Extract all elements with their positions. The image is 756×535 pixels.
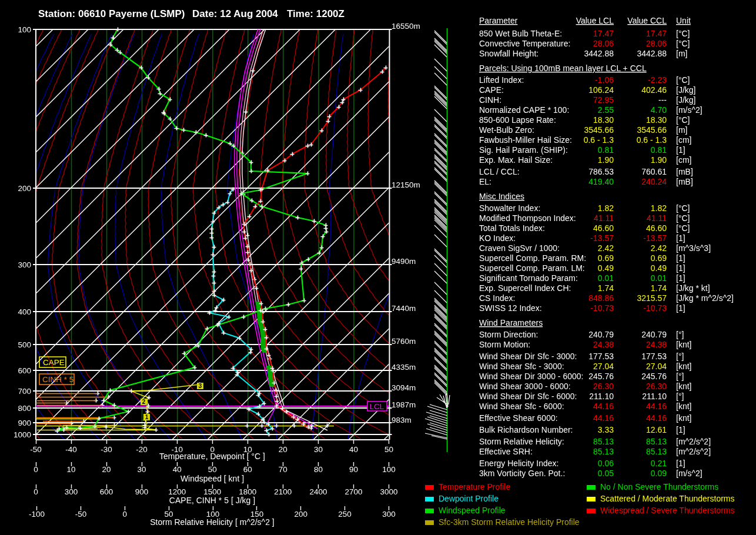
svg-text:Station: 06610 Payerne (LSMP): Station: 06610 Payerne (LSMP) [38, 8, 185, 19]
svg-text:28.06: 28.06 [646, 39, 667, 48]
svg-text:[J/kg]: [J/kg] [676, 85, 695, 95]
svg-text:9490m: 9490m [392, 257, 416, 266]
svg-text:[m/s^2]: [m/s^2] [676, 105, 703, 115]
svg-text:[1]: [1] [676, 233, 685, 243]
svg-text:40: 40 [349, 445, 358, 454]
svg-text:1500: 1500 [203, 487, 221, 496]
svg-text:300: 300 [382, 510, 396, 519]
svg-text:[m^3/s^3]: [m^3/s^3] [676, 243, 711, 253]
svg-text:2700: 2700 [344, 487, 362, 496]
svg-text:[m^2/s^2]: [m^2/s^2] [676, 437, 711, 446]
svg-text:Storm Relative Helicity:: Storm Relative Helicity: [479, 437, 564, 446]
svg-text:30: 30 [138, 465, 146, 474]
svg-text:41.11: 41.11 [594, 213, 614, 223]
svg-text:Temperature, Dewpoint [ °C ]: Temperature, Dewpoint [ °C ] [159, 452, 265, 461]
svg-text:[J/kg * m^2/s^2]: [J/kg * m^2/s^2] [676, 293, 734, 303]
svg-text:Significant Tornado Param:: Significant Tornado Param: [479, 273, 578, 283]
svg-text:18.30: 18.30 [593, 115, 614, 125]
svg-text:[cm]: [cm] [676, 135, 691, 145]
svg-text:SWISS 12 Index:: SWISS 12 Index: [479, 303, 542, 313]
svg-text:100: 100 [18, 25, 31, 34]
svg-text:26.30: 26.30 [646, 382, 667, 391]
svg-text:Supercell Comp. Param. RM:: Supercell Comp. Param. RM: [479, 253, 586, 263]
svg-text:402.46: 402.46 [641, 85, 667, 95]
svg-text:3442.88: 3442.88 [637, 49, 667, 58]
svg-text:KO Index:: KO Index: [479, 233, 516, 243]
svg-text:50: 50 [384, 445, 393, 454]
svg-text:CAPE:: CAPE: [479, 85, 504, 95]
svg-text:2.55: 2.55 [598, 105, 614, 115]
svg-text:10: 10 [66, 465, 75, 474]
svg-text:Time: 1200Z: Time: 1200Z [287, 8, 344, 19]
svg-text:106.24: 106.24 [588, 85, 614, 95]
svg-text:0.06: 0.06 [598, 459, 614, 468]
svg-text:211.10: 211.10 [642, 392, 667, 401]
svg-text:Storm Motion:: Storm Motion: [479, 340, 530, 349]
svg-text:Storm Direction:: Storm Direction: [479, 330, 538, 339]
svg-text:[°]: [°] [676, 352, 684, 361]
svg-text:0.01: 0.01 [598, 273, 614, 283]
svg-text:Temperature Profile: Temperature Profile [439, 482, 510, 491]
svg-text:85.13: 85.13 [646, 447, 667, 456]
svg-text:85.13: 85.13 [646, 437, 667, 446]
svg-text:5760m: 5760m [392, 337, 416, 346]
svg-text:-30: -30 [101, 445, 112, 454]
svg-text:LCL: LCL [370, 402, 384, 411]
svg-text:27.04: 27.04 [646, 362, 667, 371]
svg-text:1987m: 1987m [392, 400, 416, 409]
svg-text:Total Totals Index:: Total Totals Index: [479, 223, 545, 233]
svg-text:44.16: 44.16 [593, 413, 614, 423]
svg-text:Bulk Richardson Number:: Bulk Richardson Number: [479, 425, 573, 434]
svg-text:Storm Relative Helicity [ m^2/: Storm Relative Helicity [ m^2/s^2 ] [150, 517, 275, 527]
svg-text:-40: -40 [65, 445, 77, 454]
svg-text:0.81: 0.81 [651, 145, 667, 155]
svg-text:17.47: 17.47 [593, 29, 614, 38]
svg-text:[knt]: [knt] [676, 382, 691, 391]
svg-text:CINH * 5: CINH * 5 [42, 375, 73, 384]
svg-text:[knt]: [knt] [676, 402, 691, 411]
svg-text:80: 80 [314, 465, 323, 474]
svg-text:0.81: 0.81 [598, 145, 614, 155]
svg-text:27.04: 27.04 [593, 362, 614, 371]
svg-text:72.95: 72.95 [593, 95, 614, 105]
svg-text:Misc Indices: Misc Indices [479, 192, 524, 201]
svg-text:[°C]: [°C] [676, 39, 690, 48]
svg-text:-50: -50 [75, 510, 87, 519]
svg-text:Scattered / Moderate Thunderst: Scattered / Moderate Thunderstorms [600, 494, 735, 503]
svg-text:[1]: [1] [676, 303, 685, 313]
svg-text:850 Wet Bulb Theta-E:: 850 Wet Bulb Theta-E: [479, 29, 562, 38]
svg-text:[1]: [1] [676, 273, 685, 283]
svg-text:Windspeed Profile: Windspeed Profile [439, 506, 506, 515]
svg-text:Normalized CAPE * 100:: Normalized CAPE * 100: [479, 105, 569, 115]
svg-text:[°C]: [°C] [676, 75, 690, 85]
svg-text:3215.57: 3215.57 [637, 293, 667, 303]
svg-text:200: 200 [294, 510, 307, 519]
svg-text:-100: -100 [29, 510, 45, 519]
svg-text:28.06: 28.06 [593, 39, 614, 48]
svg-text:1.74: 1.74 [651, 283, 667, 293]
svg-text:0.05: 0.05 [598, 469, 614, 478]
svg-text:7440m: 7440m [392, 304, 416, 313]
svg-text:Windspeed [ knt ]: Windspeed [ knt ] [180, 474, 244, 483]
svg-text:Widespread / Severe Thundersto: Widespread / Severe Thunderstorms [600, 506, 735, 515]
svg-text:16550m: 16550m [392, 22, 420, 31]
svg-text:Parcels: Using 100mB mean laye: Parcels: Using 100mB mean layer LCL + CC… [479, 63, 647, 73]
svg-text:Showalter Index:: Showalter Index: [479, 203, 540, 213]
svg-text:Energy Helicity Index:: Energy Helicity Index: [479, 459, 558, 468]
svg-text:Unit: Unit [676, 16, 691, 25]
svg-text:3.33: 3.33 [598, 425, 614, 434]
svg-text:Fawbush-Miller Hail Size:: Fawbush-Miller Hail Size: [479, 135, 572, 145]
svg-text:419.40: 419.40 [588, 177, 614, 186]
svg-text:500: 500 [18, 340, 31, 349]
svg-text:-10.73: -10.73 [643, 303, 667, 313]
svg-text:Sfc-3km Storm Relative Helicit: Sfc-3km Storm Relative Helicity Profile [439, 517, 580, 527]
svg-text:1.82: 1.82 [598, 203, 614, 213]
svg-text:0.09: 0.09 [651, 469, 667, 478]
svg-text:0: 0 [34, 465, 38, 474]
svg-text:Effective SRH:: Effective SRH: [479, 447, 533, 456]
svg-text:600: 600 [18, 366, 31, 375]
svg-text:[m/s^2]: [m/s^2] [676, 469, 703, 478]
svg-text:[knt]: [knt] [676, 362, 691, 371]
svg-text:240.79: 240.79 [641, 330, 667, 339]
svg-text:[J/kg]: [J/kg] [676, 95, 695, 105]
